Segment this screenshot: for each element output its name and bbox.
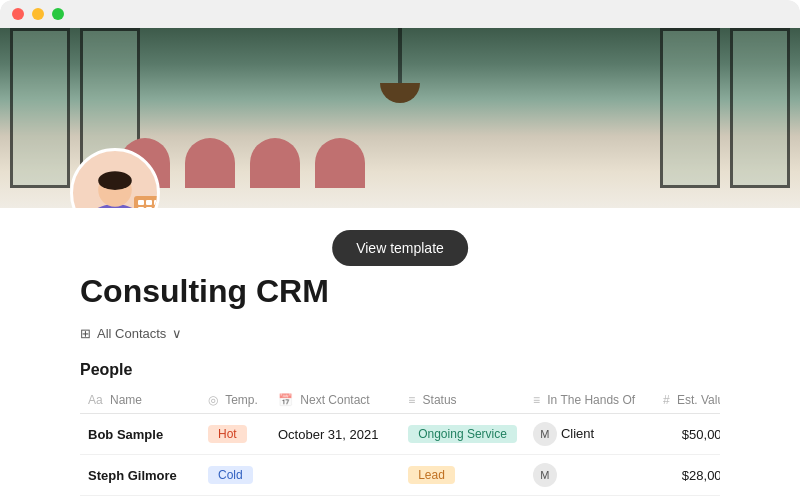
window-frame-3 (730, 28, 790, 188)
cell-in-hands-of: MClient (525, 414, 655, 455)
cell-next-contact: October 31, 2021 (270, 414, 400, 455)
window-frame-4 (660, 28, 720, 188)
temp-badge: Cold (208, 466, 253, 484)
chair-3 (250, 138, 300, 188)
cell-temp: Hot (200, 414, 270, 455)
table-header-row: Aa Name ◎ Temp. 📅 Next Contact ≡ Status (80, 387, 720, 414)
filter-label[interactable]: All Contacts (97, 326, 166, 341)
section-title: People (80, 361, 720, 379)
calculator-icon (134, 196, 160, 208)
col-header-status[interactable]: ≡ Status (400, 387, 525, 414)
cell-temp: Cool (200, 496, 270, 501)
temp-col-icon: ◎ (208, 393, 218, 407)
close-dot[interactable] (12, 8, 24, 20)
cell-in-hands-of: M (525, 496, 655, 501)
filter-icon: ⊞ (80, 326, 91, 341)
window-frame-1 (10, 28, 70, 188)
cell-name: Seth Godin (80, 496, 200, 501)
cell-est-value: $50,000.00 (655, 414, 720, 455)
status-badge: Lead (408, 466, 455, 484)
status-badge: Ongoing Service (408, 425, 517, 443)
cell-temp: Cold (200, 455, 270, 496)
svg-point-2 (98, 171, 132, 190)
table-body: Bob SampleHotOctober 31, 2021Ongoing Ser… (80, 414, 720, 501)
chair-4 (315, 138, 365, 188)
title-bar (0, 0, 800, 28)
cell-name: Bob Sample (80, 414, 200, 455)
col-header-temp[interactable]: ◎ Temp. (200, 387, 270, 414)
me-avatar: M (533, 422, 557, 446)
minimize-dot[interactable] (32, 8, 44, 20)
cell-status: Proposal Sent (400, 496, 525, 501)
contacts-table: Aa Name ◎ Temp. 📅 Next Contact ≡ Status (80, 387, 720, 500)
page-title: Consulting CRM (80, 273, 720, 310)
lamp-pole (398, 28, 402, 88)
col-header-next-contact[interactable]: 📅 Next Contact (270, 387, 400, 414)
avatar-illustration (70, 148, 160, 208)
col-header-name[interactable]: Aa Name (80, 387, 200, 414)
avatar-circle (70, 148, 160, 208)
table-row[interactable]: Bob SampleHotOctober 31, 2021Ongoing Ser… (80, 414, 720, 455)
col-header-est-value[interactable]: # Est. Value (655, 387, 720, 414)
cell-status: Lead (400, 455, 525, 496)
est-col-icon: # (663, 393, 670, 407)
table-row[interactable]: Seth GodinCoolNovember 26, 2021Proposal … (80, 496, 720, 501)
cell-est-value: $28,000.00 (655, 455, 720, 496)
cell-name: Steph Gilmore (80, 455, 200, 496)
cell-status: Ongoing Service (400, 414, 525, 455)
view-template-button[interactable]: View template (332, 230, 468, 266)
hero-banner (0, 28, 800, 208)
filter-bar[interactable]: ⊞ All Contacts ∨ (80, 326, 720, 341)
col-header-hands-of[interactable]: ≡ In The Hands Of (525, 387, 655, 414)
me-avatar: M (533, 463, 557, 487)
chevron-down-icon: ∨ (172, 326, 182, 341)
cell-next-contact (270, 455, 400, 496)
maximize-dot[interactable] (52, 8, 64, 20)
name-col-icon: Aa (88, 393, 103, 407)
contacts-table-wrapper: Aa Name ◎ Temp. 📅 Next Contact ≡ Status (80, 387, 720, 500)
hands-col-icon: ≡ (533, 393, 540, 407)
next-col-icon: 📅 (278, 393, 293, 407)
status-col-icon: ≡ (408, 393, 415, 407)
chair-2 (185, 138, 235, 188)
cell-in-hands-of: M (525, 455, 655, 496)
table-row[interactable]: Steph GilmoreColdLeadM$28,000.00🐾 Servi.… (80, 455, 720, 496)
cell-next-contact: November 26, 2021 (270, 496, 400, 501)
temp-badge: Hot (208, 425, 247, 443)
cell-est-value: $120,000.00 (655, 496, 720, 501)
